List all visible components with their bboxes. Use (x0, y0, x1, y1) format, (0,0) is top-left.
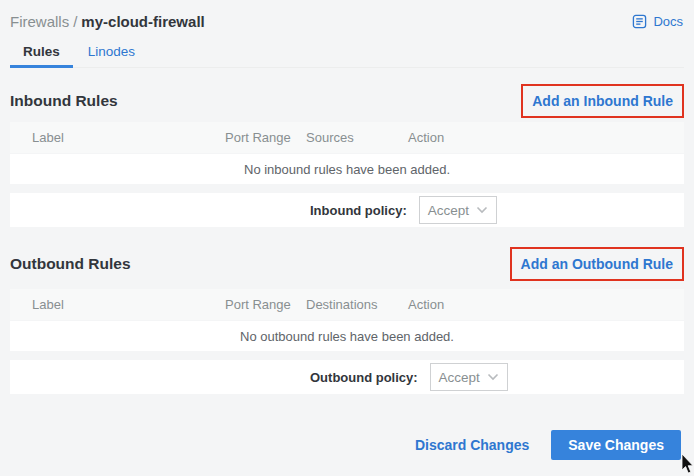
inbound-rules-heading: Inbound Rules (10, 92, 118, 110)
inbound-empty-row: No inbound rules have been added. (10, 154, 684, 184)
breadcrumb-firewalls-link[interactable]: Firewalls (10, 13, 69, 30)
breadcrumb-current-firewall: my-cloud-firewall (81, 13, 204, 30)
tab-rules[interactable]: Rules (10, 39, 73, 68)
outbound-policy-selected-value: Accept (439, 370, 480, 385)
add-inbound-rule-button[interactable]: Add an Inbound Rule (532, 93, 673, 109)
chevron-down-icon (487, 373, 499, 381)
inbound-table-header: Label Port Range Sources Action (10, 122, 684, 153)
discard-changes-button[interactable]: Discard Changes (415, 437, 529, 453)
outbound-empty-message: No outbound rules have been added. (240, 329, 454, 344)
inbound-column-action: Action (408, 130, 684, 145)
form-actions: Discard Changes Save Changes (10, 430, 684, 460)
outbound-add-annotation-box: Add an Outbound Rule (510, 247, 684, 281)
outbound-empty-row: No outbound rules have been added. (10, 321, 684, 351)
outbound-column-destinations: Destinations (306, 297, 408, 312)
inbound-policy-row: Inbound policy: Accept (10, 193, 684, 227)
add-outbound-rule-button[interactable]: Add an Outbound Rule (521, 256, 673, 272)
outbound-column-label: Label (32, 297, 225, 312)
docs-link-label: Docs (653, 14, 683, 29)
breadcrumb-separator: / (73, 13, 77, 30)
mouse-pointer-icon (681, 454, 694, 476)
outbound-section-header: Outbound Rules Add an Outbound Rule (10, 247, 684, 281)
firewall-detail-page: Firewalls/my-cloud-firewall Docs Rules L… (0, 0, 694, 460)
inbound-section-header: Inbound Rules Add an Inbound Rule (10, 84, 684, 118)
breadcrumb: Firewalls/my-cloud-firewall (10, 13, 205, 30)
outbound-policy-row: Outbound policy: Accept (10, 360, 684, 394)
top-bar: Firewalls/my-cloud-firewall Docs (10, 0, 684, 32)
tab-bar: Rules Linodes (10, 39, 684, 68)
outbound-policy-select[interactable]: Accept (430, 363, 508, 391)
outbound-policy-label: Outbound policy: (310, 370, 418, 385)
chevron-down-icon (476, 206, 488, 214)
save-changes-button[interactable]: Save Changes (551, 430, 681, 460)
inbound-policy-select[interactable]: Accept (419, 196, 497, 224)
tab-linodes[interactable]: Linodes (75, 39, 148, 68)
outbound-table-header: Label Port Range Destinations Action (10, 289, 684, 320)
inbound-column-label: Label (32, 130, 225, 145)
inbound-add-annotation-box: Add an Inbound Rule (521, 84, 684, 118)
outbound-column-port-range: Port Range (225, 297, 306, 312)
inbound-empty-message: No inbound rules have been added. (244, 162, 450, 177)
docs-icon (632, 14, 647, 29)
docs-link[interactable]: Docs (632, 14, 684, 29)
inbound-column-sources: Sources (306, 130, 408, 145)
inbound-column-port-range: Port Range (225, 130, 306, 145)
inbound-policy-selected-value: Accept (428, 203, 469, 218)
outbound-column-action: Action (408, 297, 684, 312)
inbound-policy-label: Inbound policy: (310, 203, 407, 218)
outbound-rules-heading: Outbound Rules (10, 255, 131, 273)
